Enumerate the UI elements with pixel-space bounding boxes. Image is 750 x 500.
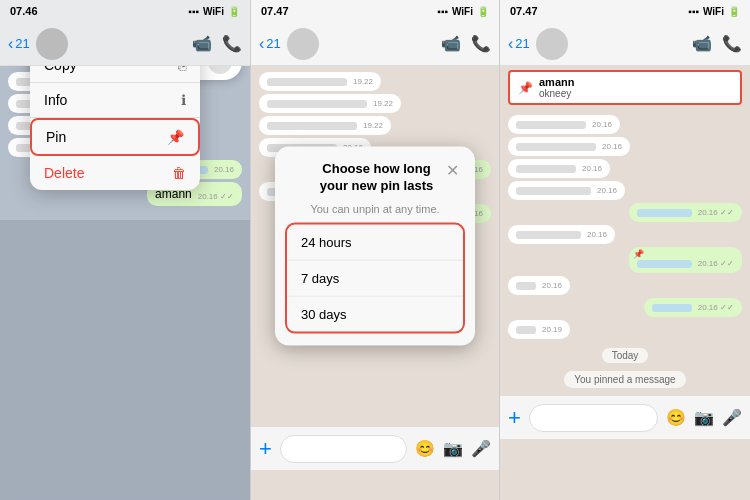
phone-call-icon-3[interactable]: 📞 [722,34,742,53]
phone-call-icon-1[interactable]: 📞 [222,34,242,53]
pin-option-30d[interactable]: 30 days [287,296,463,331]
battery-icon-3: 🔋 [728,6,740,17]
video-call-icon-2[interactable]: 📹 [441,34,461,53]
system-message: You pinned a message [508,369,742,388]
attach-button-3[interactable]: + [508,405,521,431]
pin-dialog-subtitle: You can unpin at any time. [275,202,475,222]
pinned-message-banner[interactable]: 📌 amann okneey [508,70,742,105]
context-menu: Star ☆ Reply ↩ Forward ↪ Copy ⎘ Info ℹ P… [30,66,200,190]
chat-bottom-3: + 😊 📷 🎤 [500,395,750,439]
pin-duration-dialog: Choose how long your new pin lasts ✕ You… [275,147,475,346]
back-chevron-icon-3: ‹ [508,35,513,53]
menu-info-label: Info [44,92,67,108]
pin-dialog-header: Choose how long your new pin lasts ✕ [275,147,475,203]
pin-dialog-title: Choose how long your new pin lasts [307,161,446,195]
pin-option-7d[interactable]: 7 days [287,260,463,296]
back-button-2[interactable]: ‹ 21 [259,35,281,53]
menu-delete-label: Delete [44,165,84,181]
signal-icon-2: ▪▪▪ [437,6,448,17]
wifi-icon: WiFi [203,6,224,17]
sticker-icon-2[interactable]: 😊 [415,439,435,458]
header-action-icons-2[interactable]: 📹 📞 [441,34,491,53]
panel-3: 07.47 ▪▪▪ WiFi 🔋 ‹ 21 📹 📞 📌 amann okneey [500,0,750,500]
system-message-text: You pinned a message [564,371,685,388]
bubble-time: 20.16 ✓✓ [198,192,234,201]
chat-header-2: ‹ 21 📹 📞 [251,22,499,66]
pinned-sender-name: amann [539,76,575,88]
table-row: 20.19 [508,320,742,339]
back-button-1[interactable]: ‹ 21 [8,35,30,53]
table-row: 20.16 [508,137,742,156]
pinned-preview: okneey [539,88,571,99]
table-row: 19.22 [259,94,491,113]
table-row: 20.16 [508,115,742,134]
pin-option-24h[interactable]: 24 hours [287,224,463,260]
back-button-3[interactable]: ‹ 21 [508,35,530,53]
back-num-2: 21 [266,36,280,51]
sticker-icon-3[interactable]: 😊 [666,408,686,427]
message-input-2[interactable] [280,435,407,463]
status-time-3: 07.47 [510,5,538,17]
pinned-message-info: amann okneey [539,76,575,99]
video-call-icon-3[interactable]: 📹 [692,34,712,53]
table-row: 19.22 [259,72,491,91]
table-row: 20.16 [508,225,742,244]
wifi-icon-2: WiFi [452,6,473,17]
status-bar-1: 07.46 ▪▪▪ WiFi 🔋 [0,0,250,22]
chat-bg-3: 20.16 20.16 20.16 20.16 20.16 ✓✓ 20.16 📌… [500,109,750,395]
menu-copy-label: Copy [44,66,77,73]
avatar-2 [287,28,319,60]
bottom-action-icons-2[interactable]: 😊 📷 🎤 [415,439,491,458]
signal-icon-3: ▪▪▪ [688,6,699,17]
pin-icon: 📌 [167,129,184,145]
status-icons-1: ▪▪▪ WiFi 🔋 [188,6,240,17]
table-row: 20.16 [508,276,742,295]
signal-icon: ▪▪▪ [188,6,199,17]
pin-banner-icon: 📌 [518,81,533,95]
panel-1: 07.46 ▪▪▪ WiFi 🔋 ‹ 21 📹 📞 19.22 19.22 [0,0,250,500]
table-row: 19.22 [259,116,491,135]
camera-icon-3[interactable]: 📷 [694,408,714,427]
add-reaction-button[interactable]: + [208,66,232,74]
battery-icon: 🔋 [228,6,240,17]
back-chevron-icon-2: ‹ [259,35,264,53]
header-action-icons-3[interactable]: 📹 📞 [692,34,742,53]
chat-header-1: ‹ 21 📹 📞 [0,22,250,66]
mic-icon-3[interactable]: 🎤 [722,408,742,427]
back-num-1: 21 [15,36,29,51]
menu-pin-label: Pin [46,129,66,145]
pinned-message-text: okneey [539,88,575,99]
avatar-1 [36,28,68,60]
table-row: 20.16 [508,159,742,178]
back-chevron-icon: ‹ [8,35,13,53]
status-icons-2: ▪▪▪ WiFi 🔋 [437,6,489,17]
pinned-bubble-time: 20.16 ✓✓ [698,259,734,268]
chat-bg-2: 19.22 19.22 19.22 20.16 20.16 20.16 20.1… [251,66,499,426]
copy-icon: ⎘ [178,66,186,73]
back-num-3: 21 [515,36,529,51]
menu-item-pin[interactable]: Pin 📌 [30,118,200,156]
pin-duration-options: 24 hours 7 days 30 days [285,222,465,333]
chat-bg-1: 19.22 19.22 19.22 20.16 20.16 [0,66,250,220]
delete-icon: 🗑 [172,165,186,181]
mic-icon-2[interactable]: 🎤 [471,439,491,458]
menu-item-copy[interactable]: Copy ⎘ [30,66,200,83]
info-icon: ℹ [181,92,186,108]
bottom-action-icons-3[interactable]: 😊 📷 🎤 [666,408,742,427]
pinned-message-row: 📌 20.16 ✓✓ [508,247,742,273]
status-bar-3: 07.47 ▪▪▪ WiFi 🔋 [500,0,750,22]
table-row: 20.16 [508,181,742,200]
camera-icon-2[interactable]: 📷 [443,439,463,458]
battery-icon-2: 🔋 [477,6,489,17]
menu-item-info[interactable]: Info ℹ [30,83,200,118]
status-icons-3: ▪▪▪ WiFi 🔋 [688,6,740,17]
attach-button-2[interactable]: + [259,436,272,462]
message-input-3[interactable] [529,404,658,432]
chat-bottom-2: + 😊 📷 🎤 [251,426,499,470]
pin-dialog-close-button[interactable]: ✕ [446,161,459,180]
header-action-icons-1[interactable]: 📹 📞 [192,34,242,53]
video-call-icon-1[interactable]: 📹 [192,34,212,53]
menu-item-delete[interactable]: Delete 🗑 [30,156,200,190]
table-row: 20.16 ✓✓ [508,298,742,317]
phone-call-icon-2[interactable]: 📞 [471,34,491,53]
